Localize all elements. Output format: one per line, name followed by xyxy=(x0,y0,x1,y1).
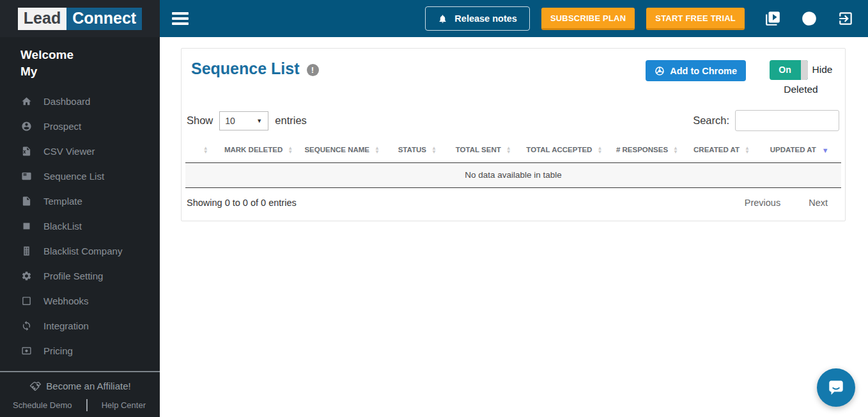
sidebar-item-label: BlackList xyxy=(43,221,82,232)
sidebar-item-csv-viewer[interactable]: CSV Viewer xyxy=(0,139,160,164)
logout-icon[interactable] xyxy=(837,10,854,27)
column-label: UPDATED AT xyxy=(770,146,816,153)
sidebar-item-sequence-list[interactable]: Sequence List xyxy=(0,164,160,189)
sidebar-item-blacklist[interactable]: BlackList xyxy=(0,214,160,239)
sidebar-bottom-links: Schedule Demo Help Center xyxy=(0,391,160,411)
sort-both-icon: ▲▼ xyxy=(597,146,602,154)
column-header-sequence-name[interactable]: SEQUENCE NAME▲▼ xyxy=(297,139,388,162)
become-affiliate-link[interactable]: Become an Affiliate! xyxy=(0,381,160,391)
sidebar-item-webhooks[interactable]: Webhooks xyxy=(0,288,160,313)
entries-summary: Showing 0 to 0 of 0 entries xyxy=(187,198,297,208)
sidebar-item-label: Integration xyxy=(43,320,89,331)
chrome-icon[interactable] xyxy=(801,10,818,27)
add-to-chrome-label: Add to Chrome xyxy=(670,66,737,76)
logo-lead: Lead xyxy=(18,8,66,30)
column-header-created-at[interactable]: CREATED AT▲▼ xyxy=(686,139,758,162)
release-notes-label: Release notes xyxy=(454,13,517,24)
sync-icon xyxy=(20,320,32,332)
start-free-trial-button[interactable]: START FREE TRIAL xyxy=(646,8,745,30)
sidebar-item-label: Prospect xyxy=(43,121,81,132)
column-header-status[interactable]: STATUS▲▼ xyxy=(388,139,447,162)
sort-both-icon: ▲▼ xyxy=(288,146,293,154)
column-header-total-sent[interactable]: TOTAL SENT▲▼ xyxy=(447,139,520,162)
card-header: Sequence List ! Add to Chrome On Hide De… xyxy=(185,49,841,104)
sort-both-icon: ▲▼ xyxy=(745,146,750,154)
file-icon xyxy=(20,196,32,207)
select-dropdown-arrow-icon: ▼ xyxy=(256,118,262,124)
sidebar-item-integration[interactable]: Integration xyxy=(0,313,160,338)
app-logo[interactable]: LeadConnect xyxy=(0,0,160,37)
sidebar-nav: Dashboard Prospect CSV Viewer Sequence L… xyxy=(0,89,160,363)
filled-square-icon xyxy=(20,221,32,232)
sidebar-item-label: Profile Setting xyxy=(43,271,103,281)
entries-label: entries xyxy=(275,114,307,127)
table-empty-row: No data available in table xyxy=(185,163,841,188)
sidebar-item-label: CSV Viewer xyxy=(43,146,95,157)
release-notes-button[interactable]: Release notes xyxy=(425,6,530,31)
page-length-value: 10 xyxy=(225,116,235,126)
sidebar: LeadConnect Welcome My Dashboard Prospec… xyxy=(0,0,160,417)
person-icon xyxy=(20,121,32,132)
page-length-select[interactable]: 10 ▼ xyxy=(219,111,268,130)
column-header-total-accepted[interactable]: TOTAL ACCEPTED▲▼ xyxy=(520,139,609,162)
column-label: # RESPONSES xyxy=(616,146,668,153)
column-label: SEQUENCE NAME xyxy=(304,146,369,153)
sort-both-icon: ▲▼ xyxy=(375,146,380,154)
sequence-list-card: Sequence List ! Add to Chrome On Hide De… xyxy=(181,48,846,221)
home-icon xyxy=(20,96,32,107)
building-icon xyxy=(20,246,32,257)
column-header-mark-deleted[interactable]: MARK DELETED▲▼ xyxy=(221,139,297,162)
sidebar-item-dashboard[interactable]: Dashboard xyxy=(0,89,160,114)
become-affiliate-label: Become an Affiliate! xyxy=(46,381,130,391)
column-header-updated-at[interactable]: UPDATED AT▼ xyxy=(757,139,841,162)
toggle-handle xyxy=(801,60,808,80)
column-header-blank[interactable]: ▲▼ xyxy=(185,139,221,162)
sort-both-icon: ▲▼ xyxy=(673,146,678,154)
sidebar-item-label: Template xyxy=(43,196,82,207)
pagination: Previous Next xyxy=(745,198,839,208)
list-card-icon xyxy=(20,171,32,182)
search-input[interactable] xyxy=(735,110,839,131)
sort-both-icon: ▲▼ xyxy=(506,146,511,154)
sort-both-icon: ▲▼ xyxy=(431,146,437,154)
schedule-demo-link[interactable]: Schedule Demo xyxy=(13,400,72,410)
table-footer: Showing 0 to 0 of 0 entries Previous Nex… xyxy=(185,188,841,216)
column-label: CREATED AT xyxy=(694,146,740,153)
sidebar-item-label: Blacklist Company xyxy=(43,246,122,256)
sort-both-icon: ▲▼ xyxy=(203,146,208,154)
column-label: TOTAL SENT xyxy=(456,146,501,153)
sidebar-item-blacklist-company[interactable]: Blacklist Company xyxy=(0,239,160,264)
sidebar-item-label: Dashboard xyxy=(43,96,90,107)
sidebar-item-template[interactable]: Template xyxy=(0,189,160,214)
sort-desc-icon: ▼ xyxy=(822,146,829,154)
sequence-table: ▲▼ MARK DELETED▲▼ SEQUENCE NAME▲▼ STATUS… xyxy=(185,139,841,188)
column-label: MARK DELETED xyxy=(224,146,283,153)
chat-widget-button[interactable] xyxy=(817,368,855,407)
next-page-button[interactable]: Next xyxy=(809,198,828,208)
table-controls: Show 10 ▼ entries Search: xyxy=(185,104,841,139)
sidebar-item-prospect[interactable]: Prospect xyxy=(0,114,160,139)
chrome-small-icon xyxy=(655,66,665,76)
video-library-icon[interactable] xyxy=(764,10,781,27)
sidebar-item-profile-setting[interactable]: Profile Setting xyxy=(0,264,160,288)
show-label: Show xyxy=(187,114,213,127)
column-label: STATUS xyxy=(398,146,426,153)
empty-message: No data available in table xyxy=(185,163,841,188)
header-icons xyxy=(764,10,854,27)
sidebar-item-label: Webhooks xyxy=(43,295,89,306)
handshake-icon xyxy=(29,382,42,391)
chat-bubble-icon xyxy=(826,378,846,397)
info-icon[interactable]: ! xyxy=(307,64,319,76)
sidebar-item-label: Pricing xyxy=(43,345,73,356)
subscribe-plan-button[interactable]: SUBSCRIBE PLAN xyxy=(541,8,635,30)
help-center-link[interactable]: Help Center xyxy=(102,400,146,410)
sidebar-item-pricing[interactable]: Pricing xyxy=(0,338,160,363)
logo-connect: Connect xyxy=(66,8,142,30)
main-content: Sequence List ! Add to Chrome On Hide De… xyxy=(160,37,868,417)
hide-deleted-toggle[interactable]: On xyxy=(770,60,808,80)
column-header-responses[interactable]: # RESPONSES▲▼ xyxy=(608,139,686,162)
add-to-chrome-button[interactable]: Add to Chrome xyxy=(646,60,746,81)
hamburger-menu-icon[interactable] xyxy=(172,12,189,25)
previous-page-button[interactable]: Previous xyxy=(745,198,780,208)
column-label: TOTAL ACCEPTED xyxy=(526,146,592,153)
